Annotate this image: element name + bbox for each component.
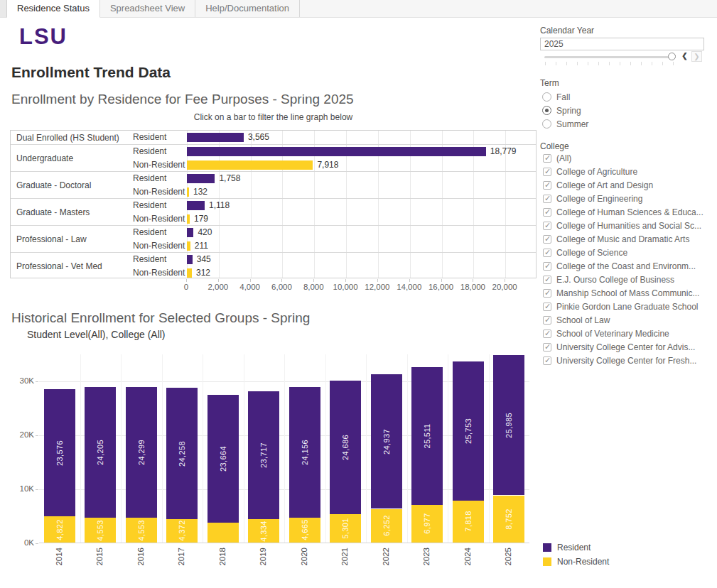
resident-segment[interactable]: 25,511 — [411, 367, 443, 505]
checkbox-icon[interactable] — [543, 289, 551, 298]
college-option[interactable]: School of Veterinary Medicine — [543, 327, 703, 340]
year-stacked-bar[interactable]: 25,9858,752 — [493, 355, 524, 543]
college-option[interactable]: (All) — [543, 151, 703, 165]
non-resident-segment[interactable]: 5,301 — [330, 514, 361, 543]
resident-segment[interactable]: 24,205 — [85, 387, 116, 518]
non-resident-bar[interactable] — [187, 160, 313, 170]
year-stacked-bar[interactable]: 24,2054,553 — [85, 387, 116, 543]
year-stacked-bar[interactable]: 25,7537,818 — [453, 361, 484, 543]
resident-bar[interactable] — [187, 133, 244, 142]
non-resident-bar[interactable] — [187, 187, 189, 197]
resident-bar[interactable] — [187, 255, 193, 264]
college-option[interactable]: College of Science — [543, 246, 703, 259]
non-resident-segment-label: 8,752 — [505, 508, 513, 530]
resident-segment[interactable]: 24,299 — [126, 387, 157, 518]
non-resident-segment[interactable] — [207, 523, 239, 543]
year-stacked-bar[interactable]: 24,6865,301 — [330, 381, 361, 543]
resident-segment[interactable]: 24,937 — [371, 374, 402, 509]
group-label: Undergraduate — [16, 145, 130, 171]
tab-spreadsheet-view[interactable]: Spreadsheet View — [100, 0, 195, 17]
non-resident-swatch — [543, 557, 551, 566]
non-resident-segment[interactable]: 4,372 — [166, 519, 198, 543]
year-stacked-bar[interactable]: 23,7174,334 — [248, 391, 279, 543]
non-resident-segment[interactable]: 4,822 — [44, 516, 75, 543]
resident-segment-label: 24,205 — [96, 440, 104, 465]
resident-segment[interactable]: 23,664 — [207, 395, 239, 523]
resident-segment[interactable]: 24,156 — [289, 387, 320, 518]
resident-segment[interactable]: 25,985 — [493, 355, 524, 495]
college-option[interactable]: College of Human Sciences & Educa... — [543, 205, 703, 219]
checkbox-icon[interactable] — [543, 235, 551, 244]
resident-bar[interactable] — [187, 228, 193, 237]
resident-segment[interactable]: 24,258 — [166, 388, 198, 518]
college-option[interactable]: College of the Coast and Environm... — [543, 259, 703, 273]
checkbox-icon[interactable] — [543, 276, 551, 284]
college-option[interactable]: College of Engineering — [543, 192, 703, 205]
non-resident-segment[interactable]: 6,252 — [371, 509, 402, 543]
college-option[interactable]: Pinkie Gordon Lane Graduate School — [543, 300, 703, 313]
non-resident-segment[interactable]: 7,818 — [453, 501, 484, 543]
year-stacked-bar[interactable]: 23,664 — [207, 395, 239, 543]
resident-bar[interactable] — [187, 147, 486, 156]
radio-icon[interactable] — [542, 119, 551, 129]
calendar-year-slider-knob[interactable] — [668, 53, 676, 60]
year-stacked-bar[interactable]: 24,1564,665 — [289, 387, 320, 543]
checkbox-icon[interactable] — [543, 154, 551, 163]
non-resident-segment[interactable]: 4,553 — [85, 518, 116, 543]
year-stacked-bar[interactable]: 25,5116,977 — [411, 367, 443, 543]
college-option[interactable]: E.J. Ourso College of Business — [543, 273, 703, 286]
resident-segment[interactable]: 23,576 — [44, 389, 75, 516]
term-option-summer[interactable]: Summer — [542, 117, 588, 131]
college-option[interactable]: College of Agriculture — [543, 165, 703, 178]
calendar-year-slider-track[interactable] — [544, 56, 674, 58]
checkbox-icon[interactable] — [543, 195, 551, 203]
college-option[interactable]: University College Center for Fresh... — [543, 354, 703, 367]
y-tick-label: 20K — [13, 430, 34, 439]
tab-residence-status[interactable]: Residence Status — [7, 0, 100, 18]
college-option[interactable]: University College Center for Advis... — [543, 340, 703, 354]
calendar-year-next-button[interactable]: ❯ — [691, 51, 702, 62]
year-stacked-bar[interactable]: 24,2584,372 — [166, 388, 198, 543]
checkbox-icon[interactable] — [543, 330, 551, 338]
non-resident-segment[interactable]: 8,752 — [493, 496, 524, 543]
non-resident-segment[interactable]: 4,665 — [289, 518, 320, 543]
college-option[interactable]: School of Law — [543, 313, 703, 327]
non-resident-segment[interactable]: 6,977 — [411, 505, 443, 543]
resident-bar[interactable] — [187, 201, 205, 210]
term-option-fall[interactable]: Fall — [542, 90, 588, 104]
resident-bar[interactable] — [187, 174, 215, 183]
checkbox-icon[interactable] — [543, 316, 551, 325]
college-option[interactable]: College of Humanities and Social Sc... — [543, 219, 703, 232]
term-option-spring[interactable]: Spring — [542, 104, 588, 117]
tab-help-documentation[interactable]: Help/Documentation — [195, 0, 300, 17]
calendar-year-prev-button[interactable]: ❮ — [679, 51, 690, 62]
college-option[interactable]: College of Art and Design — [543, 178, 703, 192]
non-resident-bar[interactable] — [187, 268, 192, 278]
year-stacked-bar[interactable]: 23,5764,822 — [44, 389, 75, 543]
non-resident-bar[interactable] — [187, 241, 190, 251]
resident-segment[interactable]: 23,717 — [248, 391, 279, 519]
non-resident-bar[interactable] — [187, 214, 190, 224]
checkbox-icon[interactable] — [543, 262, 551, 271]
calendar-year-input[interactable] — [540, 38, 704, 50]
college-option[interactable]: Manship School of Mass Communic... — [543, 286, 703, 300]
checkbox-icon[interactable] — [543, 222, 551, 230]
year-stacked-bar[interactable]: 24,2994,553 — [126, 387, 157, 543]
radio-icon[interactable] — [542, 106, 551, 115]
radio-icon[interactable] — [542, 92, 551, 102]
college-option[interactable]: College of Music and Dramatic Arts — [543, 232, 703, 246]
year-stacked-bar[interactable]: 24,9376,252 — [371, 374, 402, 543]
legend-item-resident[interactable]: Resident — [543, 540, 609, 555]
checkbox-icon[interactable] — [543, 356, 551, 365]
resident-segment[interactable]: 25,753 — [453, 361, 484, 501]
resident-segment[interactable]: 24,686 — [330, 381, 361, 514]
checkbox-icon[interactable] — [543, 168, 551, 176]
non-resident-segment[interactable]: 4,334 — [248, 519, 279, 543]
non-resident-segment[interactable]: 4,553 — [126, 518, 157, 543]
checkbox-icon[interactable] — [543, 343, 551, 352]
checkbox-icon[interactable] — [543, 249, 551, 257]
checkbox-icon[interactable] — [543, 181, 551, 190]
checkbox-icon[interactable] — [543, 208, 551, 217]
checkbox-icon[interactable] — [543, 303, 551, 311]
legend-item-non-resident[interactable]: Non-Resident — [543, 555, 609, 569]
